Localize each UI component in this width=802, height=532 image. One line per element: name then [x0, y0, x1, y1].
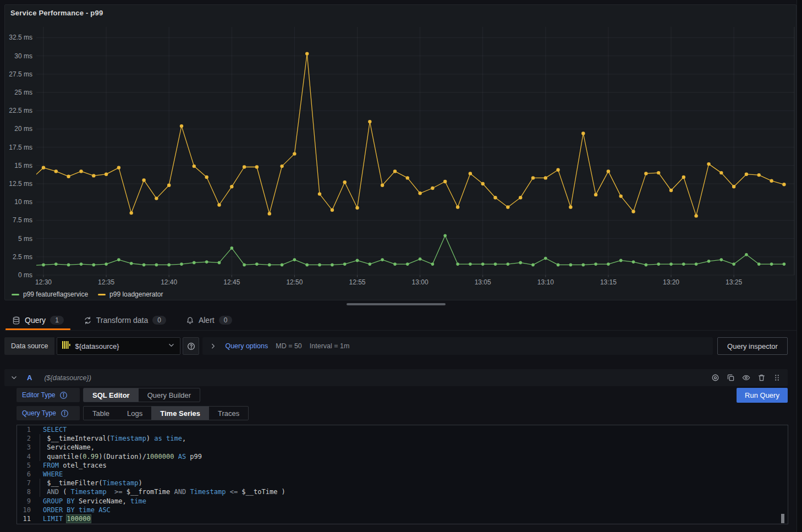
- query-options-label: Query options: [225, 342, 268, 350]
- info-circle-icon[interactable]: [59, 391, 68, 399]
- editor-type-label-text: Editor Type: [22, 391, 55, 399]
- datasource-value: ${datasource}: [75, 342, 163, 350]
- query-type-option-traces[interactable]: Traces: [209, 407, 248, 420]
- code-text: ORDER BY time ASC: [31, 506, 111, 514]
- record-icon[interactable]: [710, 372, 721, 383]
- info-circle-icon[interactable]: [61, 409, 69, 418]
- tab-label: Query: [25, 316, 46, 325]
- code-lines: 1SELECT2 $__timeInterval(Timestamp) as t…: [17, 425, 788, 523]
- chevron-down-icon: [167, 341, 175, 352]
- svg-text:22.5 ms: 22.5 ms: [9, 107, 32, 114]
- timeseries-chart: 0 ms2.5 ms5 ms7.5 ms10 ms12.5 ms15 ms17.…: [5, 5, 797, 288]
- svg-text:12:45: 12:45: [223, 278, 240, 286]
- tab-query[interactable]: Query1: [4, 310, 72, 330]
- code-line: 3 ServiceName,: [17, 443, 788, 452]
- datasource-label: Data source: [4, 337, 54, 355]
- svg-text:27.5 ms: 27.5 ms: [9, 70, 32, 78]
- query-type-option-table[interactable]: Table: [84, 407, 118, 420]
- code-text: SELECT: [31, 425, 67, 434]
- code-line: 9GROUP BY ServiceName, time: [17, 497, 788, 506]
- line-number: 11: [17, 514, 31, 523]
- bell-icon: [186, 316, 194, 325]
- query-datasource-hint: (${datasource}): [44, 374, 91, 382]
- svg-text:30 ms: 30 ms: [14, 52, 32, 60]
- line-number: 3: [17, 443, 31, 452]
- trash-icon[interactable]: [756, 372, 767, 383]
- run-query-button[interactable]: Run Query: [737, 388, 788, 403]
- code-text: WHERE: [31, 470, 63, 479]
- svg-text:17.5 ms: 17.5 ms: [9, 144, 32, 151]
- editor-type-option-query-builder[interactable]: Query Builder: [139, 388, 200, 402]
- line-number: 10: [17, 506, 31, 514]
- chart-legend: p99 featureflagservicep99 loadgenerator: [12, 289, 163, 299]
- page-scrollbar-track[interactable]: [796, 0, 802, 532]
- legend-item[interactable]: p99 loadgenerator: [98, 290, 163, 298]
- svg-text:15 ms: 15 ms: [14, 162, 32, 169]
- tab-alert[interactable]: Alert0: [178, 310, 240, 330]
- query-tab-bar: Query1Transform data0Alert0: [4, 310, 796, 331]
- code-line: 11LIMIT 100000: [17, 514, 788, 523]
- legend-item[interactable]: p99 featureflagservice: [12, 290, 88, 298]
- svg-text:13:05: 13:05: [475, 278, 491, 286]
- query-type-option-logs[interactable]: Logs: [118, 407, 151, 420]
- query-options-toggle[interactable]: Query options MD = 50 Interval = 1m: [202, 337, 713, 355]
- question-circle-icon: [187, 342, 195, 350]
- timeseries-panel: Service Performance - p99 0 ms2.5 ms5 ms…: [4, 4, 796, 300]
- tab-label: Transform data: [96, 316, 148, 325]
- datasource-picker[interactable]: ${datasource}: [57, 337, 180, 355]
- code-line: 10ORDER BY time ASC: [17, 506, 788, 514]
- chevron-right-icon: [209, 342, 217, 350]
- svg-text:20 ms: 20 ms: [14, 125, 32, 133]
- query-inspector-button[interactable]: Query inspector: [717, 337, 788, 355]
- editor-overview-cursor: [781, 514, 784, 523]
- query-toolbar: Data source ${datasource} Query options …: [4, 337, 788, 355]
- line-number: 4: [17, 452, 31, 461]
- code-line: 6WHERE: [17, 470, 788, 479]
- svg-text:12:30: 12:30: [35, 278, 52, 286]
- tab-transform-data[interactable]: Transform data0: [76, 310, 174, 330]
- code-text: AND ( Timestamp >= $__fromTime AND Times…: [31, 487, 285, 496]
- editor-type-row: Editor Type SQL EditorQuery Builder: [17, 388, 200, 402]
- editor-type-radio-group: SQL EditorQuery Builder: [83, 388, 200, 402]
- query-row-actions: [710, 372, 782, 383]
- legend-label: p99 featureflagservice: [23, 290, 88, 298]
- copy-icon[interactable]: [726, 372, 736, 383]
- editor-type-option-sql-editor[interactable]: SQL Editor: [84, 388, 139, 402]
- line-number: 9: [17, 497, 31, 506]
- legend-swatch: [98, 294, 106, 295]
- code-line: 5FROM otel_traces: [17, 461, 788, 470]
- interval-stat: Interval = 1m: [310, 342, 350, 350]
- horizontal-scrollbar-thumb[interactable]: [347, 303, 446, 305]
- tab-count-badge: 1: [50, 316, 64, 325]
- svg-text:25 ms: 25 ms: [14, 89, 32, 96]
- sql-code-editor[interactable]: 1SELECT2 $__timeInterval(Timestamp) as t…: [17, 425, 788, 524]
- line-number: 2: [17, 434, 31, 443]
- datasource-help-button[interactable]: [183, 337, 199, 355]
- indent-guide: [40, 434, 40, 461]
- code-text: ServiceName,: [31, 443, 95, 452]
- eye-icon[interactable]: [741, 372, 751, 383]
- collapse-chevron-down-icon[interactable]: [10, 374, 18, 382]
- svg-text:13:20: 13:20: [663, 278, 679, 286]
- code-line: 1SELECT: [17, 425, 788, 434]
- svg-text:12:40: 12:40: [161, 278, 177, 286]
- grip-icon[interactable]: [772, 372, 782, 383]
- line-number: 5: [17, 461, 31, 470]
- query-ref-id[interactable]: A: [27, 374, 32, 382]
- tab-count-badge: 0: [219, 316, 233, 325]
- svg-text:12:35: 12:35: [98, 278, 114, 286]
- query-type-option-time-series[interactable]: Time Series: [151, 407, 209, 420]
- code-text: FROM otel_traces: [31, 461, 107, 470]
- indent-guide: [40, 479, 40, 497]
- tab-count-badge: 0: [152, 316, 166, 325]
- svg-text:7.5 ms: 7.5 ms: [13, 216, 32, 224]
- query-type-label: Query Type: [17, 406, 80, 420]
- legend-label: p99 loadgenerator: [109, 290, 163, 298]
- line-number: 8: [17, 487, 31, 496]
- svg-text:12:55: 12:55: [349, 278, 365, 286]
- query-type-row: Query Type TableLogsTime SeriesTraces: [17, 406, 249, 420]
- clickhouse-logo-icon: [62, 341, 70, 352]
- line-number: 1: [17, 425, 31, 434]
- tab-label: Alert: [199, 316, 215, 325]
- code-line: 8 AND ( Timestamp >= $__fromTime AND Tim…: [17, 487, 788, 496]
